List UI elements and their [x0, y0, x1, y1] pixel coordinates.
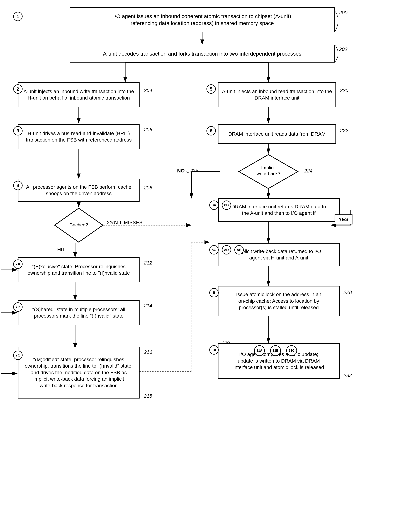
step-circle-5: 5 — [207, 84, 216, 94]
step-circle-7A: 7A — [13, 260, 23, 269]
step-circle-8E: 8E — [235, 245, 244, 254]
ref-206: 206 — [144, 127, 152, 133]
step-circle-8D: 8D — [222, 245, 231, 254]
ref-222: 222 — [340, 128, 348, 133]
step-circle-11C: 11C — [286, 345, 297, 356]
diamond-224: Implicit write-back? — [238, 154, 299, 190]
diamond-210-shape: Cached? — [54, 207, 104, 243]
ref-218: 218 — [144, 393, 152, 399]
no-label: NO — [177, 168, 185, 174]
box-220-text: A-unit injects an inbound read transacti… — [222, 88, 332, 101]
ref-216: 216 — [144, 349, 152, 355]
yes-box: YES — [335, 215, 352, 224]
diamond-210: Cached? — [54, 207, 104, 243]
step-circle-7B: 7B — [13, 302, 23, 312]
hit-label: HIT — [57, 247, 65, 252]
step-circle-9: 9 — [209, 288, 219, 297]
step-circle-11A: 11A — [254, 345, 265, 356]
ref-208: 208 — [144, 185, 152, 191]
box-208: All processor agents on the FSB perform … — [18, 179, 140, 202]
box-220: A-unit injects an inbound read transacti… — [218, 82, 336, 107]
ref-204: 204 — [144, 88, 152, 93]
box-writeback-text: Implicit write-back data returned to I/O… — [236, 248, 321, 261]
diamond-224-shape: Implicit write-back? — [238, 154, 299, 190]
ref-228: 228 — [344, 290, 352, 295]
box-222-text: DRAM interface unit reads data from DRAM — [228, 131, 326, 137]
box-214: "(S)hared" state in multiple processors:… — [18, 300, 140, 325]
box-206: H-unit drives a bus-read-and-invalidate … — [18, 124, 140, 149]
box-208-text: All processor agents on the FSB perform … — [26, 184, 131, 197]
step-circle-8A: 8A — [209, 201, 219, 210]
svg-text:Cached?: Cached? — [69, 222, 88, 228]
arrow-into-216 — [0, 368, 19, 379]
box-216: "(M)odified" state: processor relinquish… — [18, 347, 140, 399]
box-200-text: I/O agent issues an inbound coherent ato… — [113, 13, 291, 27]
step-circle-3: 3 — [13, 126, 23, 135]
svg-text:Implicit: Implicit — [261, 165, 276, 171]
box-202: A-unit decodes transaction and forks tra… — [70, 45, 335, 63]
ref-232: 232 — [344, 373, 352, 378]
step-circle-1: 1 — [13, 12, 23, 21]
step-circle-7C: 7C — [13, 351, 23, 360]
step-circle-2: 2 — [13, 84, 23, 94]
step-circle-8C: 8C — [209, 245, 219, 254]
box-216-text: "(M)odified" state: processor relinquish… — [25, 356, 133, 389]
step-circle-4: 4 — [13, 181, 23, 190]
ref-220: 220 — [340, 88, 348, 93]
box-212-text: "(E)xclusive" state: Processor relinquis… — [27, 263, 130, 276]
box-214-text: "(S)hared" state in multiple processors:… — [32, 306, 125, 319]
box-226-text: DRAM interface unit returns DRAM data to… — [231, 203, 326, 217]
box-222: DRAM interface unit reads data from DRAM — [218, 124, 336, 144]
box-226: DRAM interface unit returns DRAM data to… — [218, 198, 339, 222]
box-228: Issue atomic lock on the address in anon… — [218, 286, 339, 316]
ref-225: ◡225 — [186, 168, 198, 173]
step-circle-11B: 11B — [270, 345, 281, 356]
box-202-text: A-unit decodes transaction and forks tra… — [103, 50, 301, 57]
step-circle-8B: 8B — [222, 201, 231, 210]
svg-text:write-back?: write-back? — [256, 171, 280, 176]
ref-212: 212 — [144, 260, 152, 266]
ref-224: 224 — [304, 168, 313, 174]
box-228-text: Issue atomic lock on the address in anon… — [236, 291, 321, 311]
ref-202: 202 — [339, 46, 347, 52]
ref-200: 200 — [339, 10, 347, 16]
box-204-text: A-unit injects an inbound write transact… — [23, 88, 134, 101]
ref-214: 214 — [144, 303, 152, 309]
box-212: "(E)xclusive" state: Processor relinquis… — [18, 257, 140, 282]
box-200: I/O agent issues an inbound coherent ato… — [70, 7, 335, 32]
diagram-container: I/O agent issues an inbound coherent ato… — [0, 0, 404, 532]
all-misses-label: ·····ALL MISSES — [106, 220, 143, 225]
step-circle-10: 10 — [209, 345, 219, 355]
box-204: A-unit injects an inbound write transact… — [18, 82, 140, 107]
step-circle-6: 6 — [207, 126, 216, 135]
box-206-text: H-unit drives a bus-read-and-invalidate … — [26, 130, 131, 143]
